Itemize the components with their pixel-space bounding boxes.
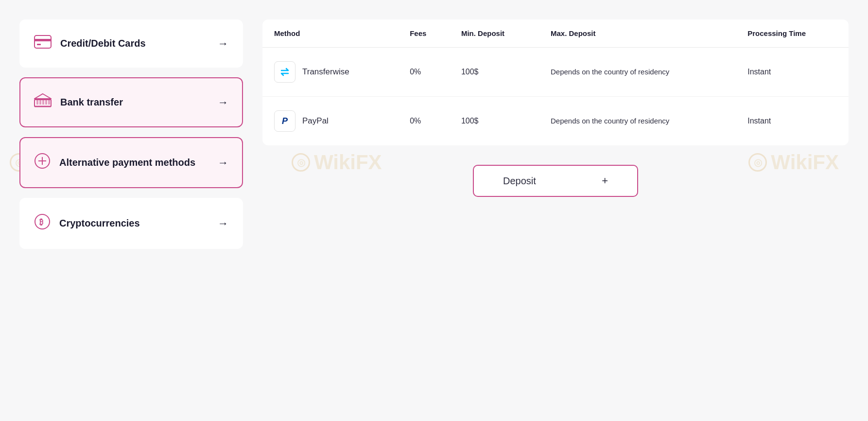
table-header: Method Fees Min. Deposit Max. Deposit Pr… — [262, 19, 849, 48]
svg-rect-6 — [42, 100, 44, 105]
transferwise-min-deposit: 100$ — [451, 48, 541, 97]
right-panel: Method Fees Min. Deposit Max. Deposit Pr… — [262, 19, 849, 249]
payment-card-credit-debit[interactable]: Credit/Debit Cards → — [19, 19, 243, 68]
deposit-section: Deposit + — [262, 165, 849, 197]
paypal-max-deposit: Depends on the country of residency — [541, 97, 738, 146]
table-header-row: Method Fees Min. Deposit Max. Deposit Pr… — [262, 19, 849, 48]
col-method: Method — [262, 19, 400, 48]
crypto-arrow: → — [218, 217, 228, 230]
svg-rect-0 — [35, 35, 51, 48]
transferwise-processing-time: Instant — [738, 48, 849, 97]
alternative-label: Alternative payment methods — [59, 157, 209, 168]
table-row: P PayPal 0% 100$ Depends on the country … — [262, 97, 849, 146]
payment-methods-table: Method Fees Min. Deposit Max. Deposit Pr… — [262, 19, 849, 145]
alternative-arrow: → — [218, 157, 228, 169]
col-max-deposit: Max. Deposit — [541, 19, 738, 48]
page-container: ◎ WikiFX ◎ WikiFX ◎ WikiFX ◎ WikiFX ◎ Wi… — [10, 10, 858, 259]
payment-card-alternative[interactable]: Alternative payment methods → — [19, 137, 243, 188]
payment-card-crypto[interactable]: ₿ Cryptocurrencies → — [19, 198, 243, 249]
paypal-logo-text: P — [282, 116, 288, 126]
col-min-deposit: Min. Deposit — [451, 19, 541, 48]
bank-transfer-label: Bank transfer — [60, 97, 209, 108]
deposit-plus-icon: + — [602, 175, 608, 187]
svg-text:₿: ₿ — [39, 218, 43, 226]
paypal-fees: 0% — [400, 97, 451, 146]
transferwise-fees: 0% — [400, 48, 451, 97]
transferwise-max-deposit: Depends on the country of residency — [541, 48, 738, 97]
left-panel: Credit/Debit Cards → Bank transfer → — [19, 19, 243, 249]
table-container: Method Fees Min. Deposit Max. Deposit Pr… — [262, 19, 849, 145]
paypal-processing-time: Instant — [738, 97, 849, 146]
transferwise-name: Transferwise — [302, 67, 349, 77]
plus-circle-icon — [34, 153, 51, 173]
paypal-min-deposit: 100$ — [451, 97, 541, 146]
svg-marker-9 — [35, 94, 51, 99]
svg-rect-7 — [45, 100, 47, 105]
svg-rect-10 — [35, 105, 51, 107]
bitcoin-icon: ₿ — [34, 213, 51, 233]
method-cell-transferwise: Transferwise — [262, 48, 400, 97]
paypal-name: PayPal — [302, 116, 329, 126]
col-fees: Fees — [400, 19, 451, 48]
payment-card-bank-transfer[interactable]: Bank transfer → — [19, 77, 243, 127]
crypto-label: Cryptocurrencies — [59, 218, 209, 229]
credit-debit-arrow: → — [218, 37, 228, 50]
method-cell-paypal: P PayPal — [262, 97, 400, 146]
bank-icon — [34, 93, 52, 112]
paypal-logo: P — [274, 110, 295, 132]
deposit-button-label: Deposit — [503, 175, 536, 187]
table-body: Transferwise 0% 100$ Depends on the coun… — [262, 48, 849, 146]
svg-rect-1 — [35, 39, 51, 41]
col-processing-time: Processing Time — [738, 19, 849, 48]
deposit-button[interactable]: Deposit + — [473, 165, 638, 197]
svg-rect-5 — [39, 100, 41, 105]
card-icon — [34, 35, 52, 52]
svg-rect-2 — [37, 44, 41, 45]
bank-transfer-arrow: → — [218, 96, 228, 109]
transferwise-logo — [274, 61, 295, 83]
svg-rect-8 — [48, 100, 50, 105]
credit-debit-label: Credit/Debit Cards — [60, 38, 209, 49]
svg-rect-4 — [36, 100, 38, 105]
table-row: Transferwise 0% 100$ Depends on the coun… — [262, 48, 849, 97]
